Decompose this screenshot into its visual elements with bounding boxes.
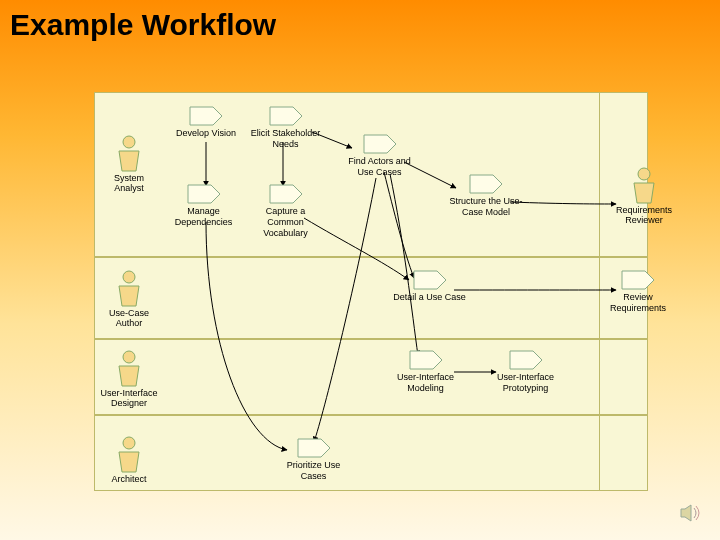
activity-capture-common-vocabulary: Capture a Common Vocabulary [248,184,323,239]
activity-label: Review Requirements [602,292,674,314]
activity-label: Develop Vision [176,128,236,139]
lane-right-3 [600,339,648,415]
activity-elicit-stakeholder-needs: Elicit Stakeholder Needs [248,106,323,150]
actor-label: Use-Case Author [99,308,159,328]
actor-requirements-reviewer: Requirements Reviewer [610,167,678,225]
activity-manage-dependencies: Manage Dependencies [166,184,241,228]
workflow-diagram: System Analyst Use-Case Author User-Inte… [94,92,649,492]
svg-point-0 [123,136,135,148]
activity-ui-prototyping: User-Interface Prototyping [488,350,563,394]
activity-detail-use-case: Detail a Use Case [392,270,467,303]
actor-architect: Architect [99,436,159,484]
activity-label: Prioritize Use Cases [276,460,351,482]
lane-right-4 [600,415,648,491]
activity-prioritize-use-cases: Prioritize Use Cases [276,438,351,482]
svg-point-2 [123,351,135,363]
lane-use-case-author [94,257,600,339]
activity-label: Elicit Stakeholder Needs [248,128,323,150]
actor-label: User-Interface Designer [99,388,159,408]
actor-label: Architect [99,474,159,484]
activity-review-requirements: Review Requirements [602,270,674,314]
activity-find-actors-use-cases: Find Actors and Use Cases [342,134,417,178]
page-title: Example Workflow [0,0,720,50]
actor-label: Requirements Reviewer [610,205,678,225]
activity-ui-modeling: User-Interface Modeling [388,350,463,394]
svg-point-1 [123,271,135,283]
actor-label: System Analyst [99,173,159,193]
activity-develop-vision: Develop Vision [176,106,236,139]
activity-label: User-Interface Prototyping [488,372,563,394]
speaker-icon [680,504,702,526]
svg-point-4 [638,168,650,180]
activity-label: Structure the Use-Case Model [444,196,528,218]
activity-label: User-Interface Modeling [388,372,463,394]
activity-label: Capture a Common Vocabulary [248,206,323,239]
activity-label: Detail a Use Case [392,292,467,303]
activity-label: Manage Dependencies [166,206,241,228]
actor-ui-designer: User-Interface Designer [99,350,159,408]
actor-system-analyst: System Analyst [99,135,159,193]
activity-structure-use-case-model: Structure the Use-Case Model [444,174,528,218]
svg-point-3 [123,437,135,449]
activity-label: Find Actors and Use Cases [342,156,417,178]
actor-use-case-author: Use-Case Author [99,270,159,328]
